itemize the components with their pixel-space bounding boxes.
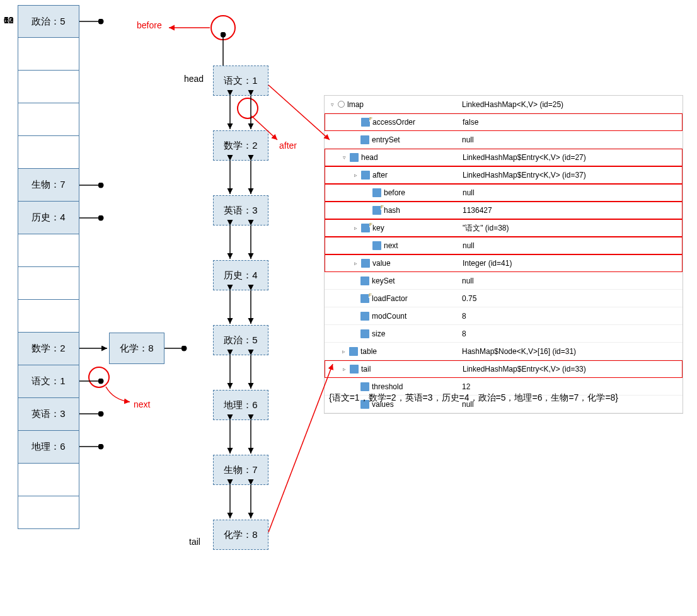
svg-line-26 bbox=[268, 85, 330, 140]
bucket-label: 地理：6 bbox=[32, 441, 65, 453]
field-icon bbox=[350, 365, 359, 374]
dbg-row-hash[interactable]: hash1136427 bbox=[325, 202, 683, 219]
ll-label: 数学：2 bbox=[224, 140, 257, 152]
object-icon bbox=[338, 101, 345, 108]
dbg-val: Integer (id=41) bbox=[458, 259, 682, 268]
dbg-row-table[interactable]: tableHashMap$Node<K,V>[16] (id=31) bbox=[325, 343, 683, 360]
ll-node-7: 化学：8 bbox=[213, 520, 268, 550]
dbg-name: size bbox=[372, 329, 385, 338]
dbg-row-modCount[interactable]: modCount8 bbox=[325, 307, 683, 325]
field-icon bbox=[361, 171, 370, 180]
dbg-val: HashMap$Node<K,V>[16] (id=31) bbox=[457, 347, 683, 356]
next-circle-icon bbox=[88, 367, 110, 388]
dbg-name: table bbox=[360, 347, 377, 356]
chain-node-10: 化学：8 bbox=[109, 333, 164, 364]
expand-icon[interactable] bbox=[353, 261, 359, 266]
dbg-name: after bbox=[372, 171, 388, 180]
dbg-name: lmap bbox=[347, 100, 364, 109]
dbg-row-after[interactable]: afterLinkedHashMap$Entry<K,V> (id=37) bbox=[325, 166, 683, 184]
expand-icon[interactable] bbox=[353, 225, 359, 231]
dbg-row-entrySet[interactable]: entrySetnull bbox=[325, 131, 683, 149]
expand-icon[interactable] bbox=[353, 173, 359, 178]
bucket-label: 英语：3 bbox=[32, 408, 65, 420]
ll-node-2: 英语：3 bbox=[213, 195, 268, 225]
ll-node-6: 生物：7 bbox=[213, 455, 268, 485]
after-circle-icon bbox=[237, 98, 258, 119]
expand-icon[interactable] bbox=[342, 155, 347, 161]
dbg-val: LinkedHashMap$Entry<K,V> (id=27) bbox=[458, 153, 682, 162]
dbg-row-tail[interactable]: tailLinkedHashMap$Entry<K,V> (id=33) bbox=[325, 360, 683, 378]
field-icon bbox=[361, 118, 370, 127]
field-icon bbox=[350, 153, 359, 162]
field-icon bbox=[360, 382, 369, 391]
field-icon bbox=[372, 188, 381, 197]
bucket-label: 历史：4 bbox=[32, 212, 65, 224]
dbg-val: null bbox=[458, 241, 682, 250]
ll-label: 政治：5 bbox=[224, 334, 257, 346]
dbg-name: threshold bbox=[372, 382, 403, 391]
dbg-val: "语文" (id=38) bbox=[458, 223, 682, 234]
bucket-15 bbox=[18, 496, 79, 529]
dbg-name: key bbox=[372, 224, 384, 232]
dbg-row-accessOrder[interactable]: accessOrderfalse bbox=[325, 113, 683, 131]
bucket-8 bbox=[18, 267, 79, 300]
bucket-6: 6历史：4 bbox=[18, 202, 79, 234]
dbg-val: 12 bbox=[457, 382, 683, 391]
bucket-4 bbox=[18, 136, 79, 169]
expand-icon[interactable] bbox=[341, 348, 347, 354]
bucket-7 bbox=[18, 234, 79, 267]
dbg-name: loadFactor bbox=[372, 294, 408, 303]
field-icon bbox=[360, 329, 369, 338]
ll-node-0: 语文：1 bbox=[213, 66, 268, 96]
ll-node-4: 政治：5 bbox=[213, 325, 268, 355]
field-icon bbox=[360, 277, 369, 285]
diagram-container: 0政治：5 5生物：7 6历史：4 10数学：2 11语文：1 12英语：3 1… bbox=[0, 0, 697, 616]
before-annotation: before bbox=[137, 20, 162, 30]
bucket-label: 政治：5 bbox=[32, 16, 65, 28]
bucket-12: 12英语：3 bbox=[18, 398, 79, 431]
dbg-row-before[interactable]: beforenull bbox=[325, 184, 683, 202]
map-tostring: {语文=1，数学=2，英语=3，历史=4，政治=5，地理=6，生物=7，化学=8… bbox=[329, 392, 618, 404]
chain-label: 化学：8 bbox=[120, 343, 153, 355]
svg-line-27 bbox=[268, 364, 333, 532]
after-annotation: after bbox=[279, 140, 297, 151]
dbg-name: entrySet bbox=[372, 135, 400, 144]
bucket-11: 11语文：1 bbox=[18, 365, 79, 398]
dbg-row-value[interactable]: valueInteger (id=41) bbox=[325, 254, 683, 272]
dbg-name: value bbox=[372, 259, 391, 268]
dbg-root[interactable]: lmap LinkedHashMap<K,V> (id=25) bbox=[325, 96, 683, 113]
dbg-row-head[interactable]: headLinkedHashMap$Entry<K,V> (id=27) bbox=[325, 149, 683, 166]
dbg-val: false bbox=[458, 118, 682, 127]
field-icon bbox=[360, 312, 369, 321]
field-icon bbox=[372, 206, 381, 215]
dbg-val: 0.75 bbox=[457, 294, 683, 303]
field-icon bbox=[360, 135, 369, 144]
dbg-row-key[interactable]: key"语文" (id=38) bbox=[325, 219, 683, 237]
dbg-row-loadFactor[interactable]: loadFactor0.75 bbox=[325, 290, 683, 307]
dbg-name: hash bbox=[384, 206, 400, 215]
ll-label: 语文：1 bbox=[224, 75, 257, 87]
dbg-name: head bbox=[361, 153, 378, 162]
dbg-name: next bbox=[384, 241, 398, 250]
dbg-name: modCount bbox=[372, 312, 406, 321]
bucket-5: 5生物：7 bbox=[18, 169, 79, 202]
bucket-label: 数学：2 bbox=[32, 343, 65, 355]
dbg-val: LinkedHashMap<K,V> (id=25) bbox=[457, 100, 683, 109]
bucket-10: 10数学：2 bbox=[18, 333, 79, 365]
expand-icon[interactable] bbox=[342, 367, 347, 372]
ll-label: 英语：3 bbox=[224, 205, 257, 217]
dbg-row-size[interactable]: size8 bbox=[325, 325, 683, 343]
dbg-name: accessOrder bbox=[372, 118, 415, 127]
dbg-val: 8 bbox=[457, 329, 683, 338]
tail-label: tail bbox=[189, 537, 200, 547]
ll-node-1: 数学：2 bbox=[213, 130, 268, 161]
bucket-label: 语文：1 bbox=[32, 375, 65, 387]
ll-label: 地理：6 bbox=[224, 399, 257, 411]
dbg-row-keySet[interactable]: keySetnull bbox=[325, 272, 683, 290]
field-icon bbox=[361, 259, 370, 268]
bucket-0: 0政治：5 bbox=[18, 5, 79, 38]
dbg-val: 8 bbox=[457, 312, 683, 321]
dbg-row-next[interactable]: nextnull bbox=[325, 237, 683, 254]
bucket-9 bbox=[18, 300, 79, 333]
dbg-val: 1136427 bbox=[458, 206, 682, 215]
